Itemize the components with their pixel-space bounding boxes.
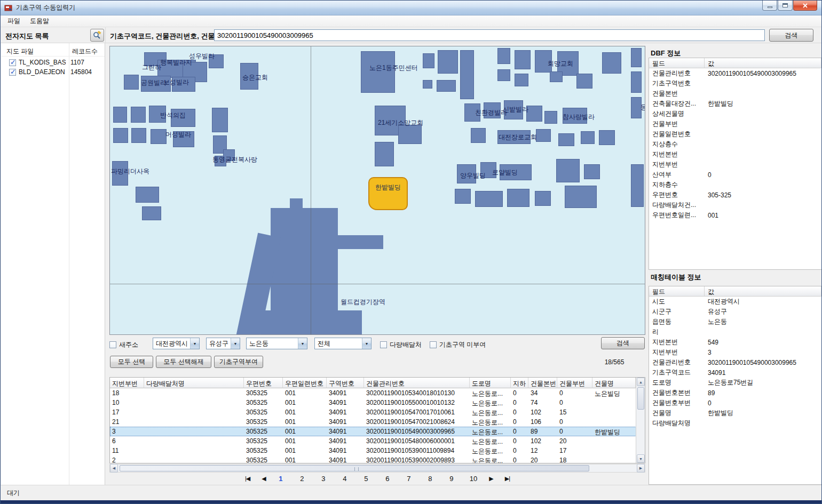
column-header[interactable]: 건물관리번호 <box>364 378 470 388</box>
field-row[interactable]: 기초구역번호 <box>649 78 821 89</box>
building[interactable] <box>142 206 161 220</box>
column-header[interactable]: 우편번호 <box>244 378 283 388</box>
map-canvas[interactable]: 한밭빌딩 성우빌라행복빌라지그린하공원빌라보성빌라승은교회노은1동주민센터회망교… <box>109 46 645 335</box>
menu-file[interactable]: 파일 <box>3 15 25 27</box>
field-row[interactable]: 산여부0 <box>649 170 821 180</box>
column-header[interactable]: 지번부번 <box>110 378 144 388</box>
table-row[interactable]: 6305325001340913020011900105480006000001… <box>110 436 645 446</box>
building[interactable] <box>536 129 551 142</box>
building[interactable] <box>497 69 510 81</box>
minimize-button[interactable] <box>762 1 777 11</box>
prev-page-button[interactable]: ◀ <box>262 475 265 482</box>
next-page-button[interactable]: ▶ <box>489 475 493 482</box>
building[interactable] <box>113 107 127 123</box>
building[interactable] <box>602 52 621 74</box>
building[interactable] <box>599 130 615 145</box>
bulk-delivery-checkbox[interactable]: 다량배달처 <box>380 340 422 349</box>
building[interactable] <box>535 191 551 206</box>
table-row[interactable]: 1730532500134091302001190010547001701006… <box>110 407 645 417</box>
building[interactable] <box>124 75 139 90</box>
table-row[interactable]: 2130532500134091302001190010547002100862… <box>110 417 645 427</box>
top-search-button[interactable]: 검색 <box>769 29 813 42</box>
page-number[interactable]: 4 <box>342 475 348 483</box>
close-button[interactable] <box>793 1 817 11</box>
scroll-left-button[interactable]: ◀ <box>110 464 118 473</box>
building[interactable] <box>515 50 531 69</box>
table-row[interactable]: 1130532500134091302001190010539001100989… <box>110 446 645 455</box>
building[interactable] <box>497 48 510 64</box>
field-row[interactable]: 리 <box>649 327 821 337</box>
last-page-button[interactable]: ▶| <box>505 475 510 482</box>
field-row[interactable]: 지상층수 <box>649 139 821 149</box>
layer-row[interactable]: TL_KODIS_BAS1107 <box>1 58 105 67</box>
field-column-header[interactable]: 필드 <box>649 58 705 68</box>
building[interactable] <box>113 128 128 143</box>
first-page-button[interactable]: |◀ <box>245 475 250 482</box>
field-row[interactable]: 건물일련번호 <box>649 129 821 139</box>
building[interactable] <box>556 159 580 182</box>
building[interactable] <box>455 189 471 204</box>
field-row[interactable]: 지하층수 <box>649 180 821 190</box>
building[interactable] <box>550 71 563 82</box>
scroll-right-button[interactable]: ▶ <box>637 464 645 473</box>
table-horizontal-scrollbar[interactable]: ◀ ▶ <box>109 464 645 473</box>
building[interactable] <box>471 128 486 143</box>
dong-select[interactable]: 노은동▼ <box>246 338 307 349</box>
column-header[interactable]: 도로명 <box>470 378 511 388</box>
sigungu-select[interactable]: 유성구▼ <box>206 338 240 349</box>
field-row[interactable]: 지번부번 <box>649 159 821 170</box>
filter-search-button[interactable]: 검색 <box>601 337 645 349</box>
page-number[interactable]: 8 <box>427 475 433 483</box>
field-row[interactable]: 건물부번 <box>649 119 821 129</box>
code-search-input[interactable] <box>214 29 765 41</box>
field-row[interactable]: 지번부번3 <box>649 347 821 357</box>
building[interactable] <box>136 187 159 203</box>
field-row[interactable]: 시도대전광역시 <box>649 297 821 307</box>
page-number[interactable]: 10 <box>470 475 477 483</box>
building[interactable] <box>398 125 422 144</box>
select-all-button[interactable]: 모두 선택 <box>110 356 153 368</box>
field-row[interactable]: 우편번호305-325 <box>649 190 821 200</box>
column-header[interactable]: 건물본번 <box>528 378 557 388</box>
table-row[interactable]: 1830532500134091302001190010534001801013… <box>110 388 645 398</box>
building[interactable] <box>460 50 474 99</box>
type-select[interactable]: 전체▼ <box>314 338 372 349</box>
page-number[interactable]: 3 <box>320 475 327 483</box>
menu-help[interactable]: 도움말 <box>25 15 54 27</box>
page-number[interactable]: 7 <box>406 475 412 483</box>
building[interactable] <box>212 108 228 132</box>
table-row[interactable]: 2305325001340913020011900105390002009893… <box>110 455 645 463</box>
title-bar[interactable]: 기초구역 수동입력기 <box>1 1 821 15</box>
field-row[interactable]: 건축물대장건...한밭빌딩 <box>649 99 821 109</box>
building[interactable] <box>581 131 595 144</box>
table-row[interactable]: 1030532500134091302001190010550001001013… <box>110 398 645 407</box>
maximize-button[interactable] <box>778 1 793 11</box>
field-row[interactable]: 우편번호일련...001 <box>649 210 821 220</box>
field-row[interactable]: 도로명노은동로75번길 <box>649 378 821 388</box>
column-header[interactable]: 지하 <box>511 378 528 388</box>
field-row[interactable]: 건물명한밭빌딩 <box>649 408 821 418</box>
column-header[interactable]: 우편일련번호 <box>283 378 327 388</box>
building[interactable] <box>437 80 456 92</box>
field-row[interactable]: 읍면동노은동 <box>649 317 821 327</box>
building[interactable] <box>544 111 557 124</box>
building[interactable] <box>475 191 503 207</box>
field-row[interactable]: 기초구역코드34091 <box>649 367 821 378</box>
table-row[interactable]: 3305325001340913020011900105490003009965… <box>110 427 645 436</box>
map-tool-button[interactable] <box>90 29 104 42</box>
building[interactable] <box>631 48 642 67</box>
value-column-header[interactable]: 값 <box>705 58 821 68</box>
scrollbar-thumb[interactable] <box>120 465 589 471</box>
building[interactable] <box>576 74 592 89</box>
building[interactable] <box>631 71 642 93</box>
assign-zone-button[interactable]: 기초구역부여 <box>214 356 263 368</box>
table-vertical-scrollbar[interactable]: ▲ ▼ <box>636 378 645 463</box>
field-row[interactable]: 지번본번549 <box>649 337 821 347</box>
field-row[interactable]: 건물관리번호3020011900105490003009965 <box>649 357 821 367</box>
layer-checkbox[interactable] <box>9 59 16 66</box>
building[interactable] <box>526 106 542 122</box>
deselect-all-button[interactable]: 모두 선택해제 <box>156 356 211 368</box>
column-header[interactable]: 건물부번 <box>557 378 592 388</box>
building[interactable] <box>515 74 528 86</box>
sido-select[interactable]: 대전광역시▼ <box>153 338 200 349</box>
